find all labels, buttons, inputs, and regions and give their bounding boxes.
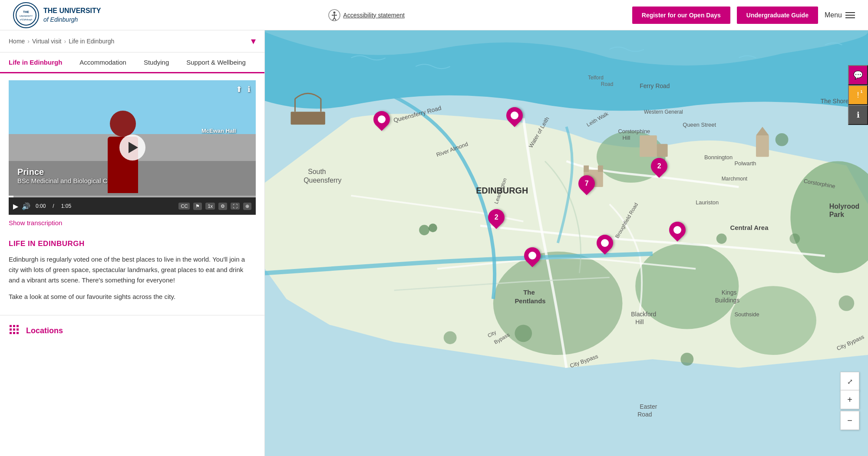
map-pin-8[interactable] (597, 235, 613, 251)
locations-label[interactable]: Locations (26, 326, 63, 335)
collapse-button[interactable]: ▾ (251, 36, 256, 47)
cc-button[interactable]: CC (178, 203, 190, 210)
map-zoom-controls: + − (840, 390, 859, 430)
share-icon[interactable]: ⬆ (236, 85, 242, 94)
content-section: LIFE IN EDINBURGH Edinburgh is regularly… (0, 231, 264, 315)
svg-point-76 (716, 233, 727, 244)
transcription-link[interactable]: Show transcription (9, 219, 256, 226)
collapse-icon: ▾ (251, 36, 256, 46)
breadcrumb-bar: Home › Virtual visit › Life in Edinburgh… (0, 30, 264, 52)
side-buttons: 💬 ! 1 ℹ (848, 65, 868, 125)
map-pin-3[interactable]: 2 (488, 209, 505, 226)
svg-text:Buildings: Buildings (715, 297, 739, 304)
video-section: McEwan Hall ⬆ ℹ Prince BSc Medicin (0, 73, 264, 231)
svg-text:The: The (523, 289, 535, 296)
svg-text:Central Area: Central Area (730, 224, 769, 231)
university-logo[interactable]: THE UNIVERSITY of Edinburgh THE UNIVERSI… (13, 2, 101, 28)
svg-text:Polwarth: Polwarth (734, 160, 756, 167)
play-icon[interactable]: ▶ (13, 202, 18, 210)
svg-text:Southside: Southside (734, 311, 759, 318)
svg-text:Corstorphine: Corstorphine (618, 128, 650, 135)
locations-bar[interactable]: Locations (0, 315, 264, 346)
flag-button[interactable]: ⚑ (193, 203, 202, 210)
svg-point-24 (493, 252, 623, 355)
chat-button[interactable]: 💬 (848, 65, 868, 85)
breadcrumb-home[interactable]: Home (9, 38, 25, 45)
svg-text:Queensferry: Queensferry (304, 177, 341, 184)
svg-text:Kings: Kings (722, 289, 737, 296)
page-header: THE UNIVERSITY of Edinburgh THE UNIVERSI… (0, 0, 868, 30)
map-pin-7[interactable] (524, 247, 541, 264)
svg-text:THE: THE (23, 10, 29, 13)
pin-circle-1 (370, 108, 393, 131)
svg-text:Bonnington: Bonnington (704, 154, 733, 161)
svg-text:Holyrood: Holyrood (829, 203, 860, 210)
map-panel: South Queensferry Ferry Road Telford Roa… (265, 30, 868, 456)
svg-text:Lauriston: Lauriston (696, 199, 719, 206)
breadcrumb: Home › Virtual visit › Life in Edinburgh (9, 38, 114, 45)
map-container[interactable]: South Queensferry Ferry Road Telford Roa… (265, 30, 868, 456)
speed-button[interactable]: 1x (205, 203, 215, 210)
svg-rect-13 (13, 325, 15, 327)
expand-map-button[interactable]: ⤢ (840, 372, 859, 391)
svg-text:Western General: Western General (644, 109, 683, 115)
svg-rect-16 (17, 325, 19, 327)
pin-number-4: 7 (575, 172, 598, 195)
fullscreen-button[interactable]: ⛶ (231, 203, 240, 210)
volume-icon[interactable]: 🔊 (22, 202, 30, 210)
svg-point-74 (429, 223, 437, 232)
tab-support-wellbeing[interactable]: Support & Wellbeing (178, 52, 254, 73)
breadcrumb-sep1: › (27, 38, 30, 45)
svg-text:UNIVERSITY: UNIVERSITY (20, 15, 33, 17)
svg-text:of Edinburgh: of Edinburgh (20, 18, 33, 21)
map-pin-4[interactable]: 7 (578, 175, 595, 192)
open-days-button[interactable]: Register for our Open Days (632, 7, 730, 24)
locations-icon (9, 323, 21, 338)
video-player[interactable]: McEwan Hall ⬆ ℹ Prince BSc Medicin (9, 80, 256, 215)
svg-rect-10 (10, 325, 12, 327)
menu-button[interactable]: Menu (825, 11, 855, 19)
notification-count: 1 (858, 89, 865, 95)
logo-emblem: THE UNIVERSITY of Edinburgh (13, 2, 39, 28)
zoom-in-button[interactable]: + (840, 390, 859, 409)
svg-rect-71 (584, 165, 589, 172)
svg-text:Road: Road (637, 411, 652, 418)
breadcrumb-current: Life in Edinburgh (69, 38, 114, 45)
tab-life-in-edinburgh[interactable]: Life in Edinburgh (0, 52, 71, 73)
notification-button[interactable]: ! 1 (848, 85, 868, 105)
svg-rect-14 (13, 328, 15, 331)
building-label: McEwan Hall (201, 128, 236, 134)
undergrad-guide-button[interactable]: Undergraduate Guide (737, 7, 818, 24)
map-pin-2[interactable] (506, 107, 523, 124)
svg-text:Blackford: Blackford (631, 311, 656, 318)
pin-circle-2 (503, 104, 526, 127)
map-svg: South Queensferry Ferry Road Telford Roa… (265, 30, 868, 456)
tab-accommodation[interactable]: Accommodation (71, 52, 135, 73)
map-pin-1[interactable] (373, 111, 390, 128)
svg-text:Park: Park (829, 211, 845, 218)
vr-button[interactable]: ⊕ (243, 203, 251, 210)
main-layout: Home › Virtual visit › Life in Edinburgh… (0, 30, 868, 456)
play-button[interactable] (119, 135, 145, 161)
left-panel: Home › Virtual visit › Life in Edinburgh… (0, 30, 265, 456)
svg-rect-12 (10, 332, 12, 334)
breadcrumb-virtual-visit[interactable]: Virtual visit (32, 38, 61, 45)
svg-point-79 (839, 295, 855, 311)
zoom-out-button[interactable]: − (840, 411, 859, 430)
info-button[interactable]: ℹ (848, 105, 868, 125)
svg-rect-17 (17, 328, 19, 331)
map-pin-5[interactable]: 2 (651, 158, 667, 174)
svg-text:Marchmont: Marchmont (722, 176, 748, 182)
expand-icon: ⤢ (847, 377, 853, 386)
tab-studying[interactable]: Studying (135, 52, 178, 73)
info-icon[interactable]: ℹ (248, 85, 251, 94)
video-top-controls: ⬆ ℹ (236, 85, 251, 94)
svg-text:EDINBURGH: EDINBURGH (476, 186, 528, 195)
map-pin-6[interactable] (669, 222, 686, 238)
pin-circle-6 (666, 219, 689, 242)
settings-button[interactable]: ⚙ (218, 203, 227, 210)
accessibility-button[interactable]: Accessibility statement (328, 9, 405, 21)
svg-point-5 (333, 11, 336, 13)
svg-rect-67 (640, 135, 657, 157)
pin-number-3: 2 (485, 206, 508, 229)
